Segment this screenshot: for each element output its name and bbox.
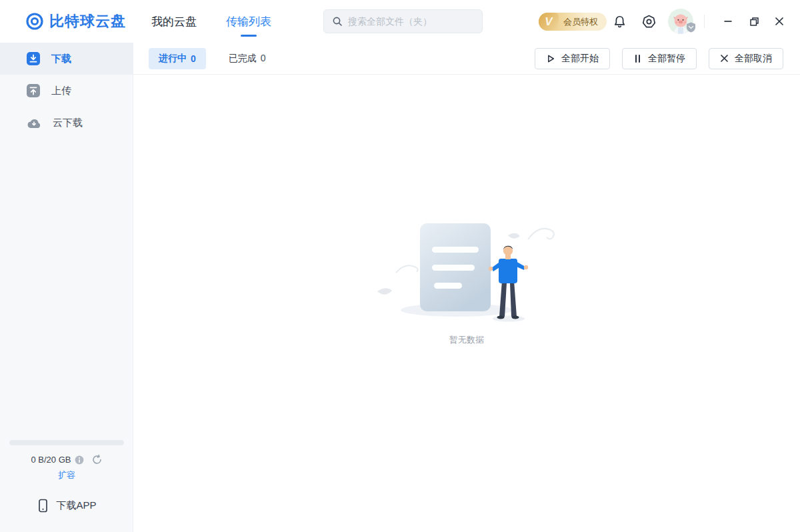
download-app-label: 下载APP [56,499,96,512]
app-header: 比特球云盘 我的云盘 传输列表 V 会员特权 [0,0,800,43]
transfer-toolbar: 进行中 0 已完成 0 全部开始 全部暂停 [133,43,800,75]
main-content: 进行中 0 已完成 0 全部开始 全部暂停 [133,43,800,532]
download-icon [27,52,40,65]
close-icon[interactable] [769,11,789,31]
vip-v-icon: V [539,13,559,31]
sidebar: 下载 上传 云下载 0 B/20 GB [0,43,133,532]
empty-state: 暂无数据 [133,217,800,346]
play-icon [546,54,555,63]
vip-badge-button[interactable]: V 会员特权 [539,13,607,31]
tab-in-progress[interactable]: 进行中 0 [149,48,206,69]
download-app-button[interactable]: 下载APP [0,491,133,520]
storage-usage: 0 B/20 GB [31,455,71,465]
minimize-icon[interactable] [718,11,738,31]
button-label: 全部暂停 [648,53,685,65]
search-input[interactable] [348,16,474,27]
phone-icon [37,499,49,513]
tab-completed[interactable]: 已完成 0 [229,53,266,65]
sidebar-item-cloud-download[interactable]: 云下载 [0,107,133,139]
gear-icon[interactable] [641,14,656,29]
start-all-button[interactable]: 全部开始 [535,48,610,69]
search-icon [332,16,343,27]
shield-check-icon [686,22,696,35]
restore-icon[interactable] [744,11,764,31]
upload-icon [27,84,40,97]
cloud-download-icon [27,117,41,129]
bell-icon[interactable] [612,14,627,29]
sidebar-item-label: 云下载 [53,117,83,129]
empty-illustration [367,217,567,327]
cancel-icon [720,54,729,63]
refresh-icon[interactable] [92,455,102,465]
vip-label: 会员特权 [563,16,598,28]
avatar[interactable] [668,9,693,34]
tab-transfer-list[interactable]: 传输列表 [226,14,271,29]
tab-count: 0 [191,53,196,64]
search-box[interactable] [323,9,483,33]
storage-progress-bar [9,440,124,445]
button-label: 全部取消 [735,53,772,65]
cancel-all-button[interactable]: 全部取消 [709,48,783,69]
tab-my-cloud-disk[interactable]: 我的云盘 [151,14,197,29]
logo-spiral-icon [25,12,44,31]
tab-label: 进行中 [159,53,187,65]
sidebar-item-upload[interactable]: 上传 [0,75,133,107]
tab-count: 0 [261,53,266,65]
tab-label: 已完成 [229,53,257,65]
pause-icon [633,54,642,63]
storage-panel: 0 B/20 GB 扩容 [0,440,133,481]
primary-nav: 我的云盘 传输列表 [151,0,271,43]
expand-storage-link[interactable]: 扩容 [58,469,75,481]
info-icon[interactable] [75,455,84,465]
app-logo: 比特球云盘 [25,0,126,43]
app-title: 比特球云盘 [49,11,126,31]
header-divider [704,15,705,28]
sidebar-item-label: 上传 [51,85,71,97]
pause-all-button[interactable]: 全部暂停 [622,48,697,69]
empty-state-text: 暂无数据 [449,334,484,346]
sidebar-item-label: 下载 [51,53,71,65]
sidebar-item-download[interactable]: 下载 [0,43,133,75]
button-label: 全部开始 [561,53,599,65]
